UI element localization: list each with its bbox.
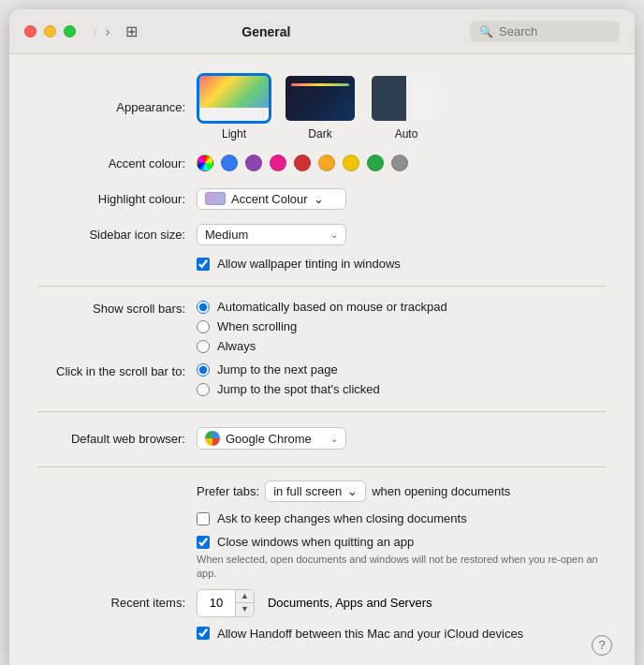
click-spot-radio[interactable] (197, 383, 210, 396)
accent-blue[interactable] (221, 155, 238, 171)
window-title: General (74, 24, 459, 39)
prefer-tabs-prefix: Prefer tabs: (197, 484, 259, 498)
titlebar: ‹ › ⊞ General 🔍 (9, 9, 635, 54)
accent-graphite[interactable] (391, 155, 408, 171)
close-windows-subtext: When selected, open documents and window… (197, 553, 599, 582)
accent-orange[interactable] (318, 155, 335, 171)
search-input[interactable] (499, 24, 610, 38)
wallpaper-tinting-row: Allow wallpaper tinting in windows (197, 257, 607, 271)
dark-thumbnail (283, 73, 358, 124)
keep-changes-label: Ask to keep changes when closing documen… (217, 511, 467, 525)
keep-changes-row: Ask to keep changes when closing documen… (197, 511, 607, 525)
prefer-tabs-chevron-icon: ⌄ (347, 484, 358, 498)
click-scroll-options: Jump to the next page Jump to the spot t… (197, 362, 380, 396)
stepper-down-button[interactable]: ▼ (236, 603, 254, 616)
light-label: Light (222, 127, 246, 140)
click-spot-row: Jump to the spot that's clicked (197, 382, 380, 396)
scroll-scrolling-radio[interactable] (197, 320, 210, 333)
scroll-bars-options: Automatically based on mouse or trackpad… (197, 300, 447, 353)
scroll-scrolling-row: When scrolling (197, 319, 447, 333)
browser-chevron-icon: ⌄ (330, 434, 338, 444)
scroll-auto-label: Automatically based on mouse or trackpad (217, 300, 447, 314)
prefer-tabs-select[interactable]: in full screen ⌄ (265, 480, 366, 502)
sidebar-size-chevron-icon: ⌄ (330, 229, 338, 240)
appearance-options: Light Dark Auto (197, 73, 444, 140)
click-next-page-row: Jump to the next page (197, 362, 380, 377)
handoff-label: Allow Handoff between this Mac and your … (217, 627, 523, 641)
accent-colors (197, 155, 408, 171)
click-next-page-radio[interactable] (197, 363, 210, 377)
help-button[interactable]: ? (592, 635, 612, 656)
highlight-colour-row: Highlight colour: Accent Colour ⌄ (37, 185, 607, 212)
chrome-icon (205, 431, 220, 446)
accent-colour-row: Accent colour: (37, 150, 607, 176)
recent-items-value: 10 (198, 593, 235, 613)
highlight-colour-label: Highlight colour: (37, 192, 197, 206)
scroll-bars-row: Show scroll bars: Automatically based on… (37, 300, 607, 353)
search-icon: 🔍 (479, 25, 493, 38)
close-button[interactable] (24, 25, 37, 37)
click-scroll-row: Click in the scroll bar to: Jump to the … (37, 362, 607, 396)
scroll-always-radio[interactable] (197, 340, 210, 353)
browser-select[interactable]: Google Chrome ⌄ (197, 427, 346, 450)
auto-label: Auto (395, 127, 418, 140)
dark-label: Dark (308, 127, 331, 140)
recent-items-suffix: Documents, Apps and Servers (268, 596, 432, 610)
click-spot-label: Jump to the spot that's clicked (217, 382, 380, 396)
accent-pink[interactable] (270, 155, 286, 171)
divider-1 (37, 286, 607, 287)
browser-label: Default web browser: (37, 432, 197, 446)
highlight-colour-select[interactable]: Accent Colour ⌄ (197, 188, 346, 210)
accent-colour-label: Accent colour: (37, 156, 197, 170)
accent-yellow[interactable] (343, 155, 359, 171)
accent-multicolor[interactable] (197, 155, 213, 171)
divider-2 (37, 411, 607, 412)
scroll-always-row: Always (197, 339, 447, 353)
stepper-up-button[interactable]: ▲ (236, 590, 254, 604)
settings-content: Appearance: Light Dark (9, 54, 635, 665)
sidebar-icon-size-label: Sidebar icon size: (37, 228, 197, 242)
sidebar-icon-size-select[interactable]: Medium ⌄ (197, 224, 346, 245)
recent-items-controls: 10 ▲ ▼ Documents, Apps and Servers (197, 589, 432, 617)
sidebar-icon-size-row: Sidebar icon size: Medium ⌄ (37, 221, 607, 247)
appearance-dark[interactable]: Dark (283, 73, 358, 140)
auto-thumbnail (369, 73, 444, 124)
click-scroll-label: Click in the scroll bar to: (37, 362, 197, 378)
browser-section: Default web browser: Google Chrome ⌄ (37, 425, 607, 451)
prefer-tabs-suffix: when opening documents (372, 484, 510, 498)
keep-changes-checkbox[interactable] (197, 512, 210, 525)
highlight-swatch (205, 192, 226, 205)
handoff-checkbox[interactable] (197, 627, 210, 640)
scroll-bars-label: Show scroll bars: (37, 300, 197, 316)
prefer-tabs-row: Prefer tabs: in full screen ⌄ when openi… (197, 480, 607, 502)
wallpaper-tinting-label: Allow wallpaper tinting in windows (217, 257, 401, 271)
accent-green[interactable] (367, 155, 384, 171)
click-next-page-label: Jump to the next page (217, 362, 338, 377)
prefer-tabs-value: in full screen (273, 484, 342, 498)
appearance-label: Appearance: (37, 100, 197, 114)
browser-row: Default web browser: Google Chrome ⌄ (37, 425, 607, 451)
search-bar[interactable]: 🔍 (470, 21, 620, 42)
scroll-auto-radio[interactable] (197, 301, 210, 314)
scroll-auto-row: Automatically based on mouse or trackpad (197, 300, 447, 314)
accent-red[interactable] (294, 155, 311, 171)
light-thumbnail (197, 73, 271, 124)
appearance-light[interactable]: Light (197, 73, 271, 140)
highlight-colour-value: Accent Colour (231, 192, 308, 206)
recent-items-row: Recent items: 10 ▲ ▼ Documents, Apps and… (37, 589, 607, 617)
accent-purple[interactable] (245, 155, 262, 171)
stepper-arrows: ▲ ▼ (235, 590, 254, 616)
close-windows-row: Close windows when quitting an app (197, 535, 607, 549)
recent-items-stepper[interactable]: 10 ▲ ▼ (197, 589, 255, 617)
appearance-auto[interactable]: Auto (369, 73, 444, 140)
traffic-lights (24, 25, 76, 37)
close-windows-checkbox[interactable] (197, 536, 210, 549)
appearance-row: Appearance: Light Dark (37, 73, 607, 140)
minimize-button[interactable] (44, 25, 56, 37)
appearance-section: Appearance: Light Dark (37, 73, 607, 271)
recent-items-label: Recent items: (37, 596, 197, 610)
scroll-bars-section: Show scroll bars: Automatically based on… (37, 300, 607, 396)
tabs-section: Prefer tabs: in full screen ⌄ when openi… (37, 480, 607, 641)
wallpaper-tinting-checkbox[interactable] (197, 258, 210, 271)
highlight-chevron-icon: ⌄ (314, 192, 324, 206)
